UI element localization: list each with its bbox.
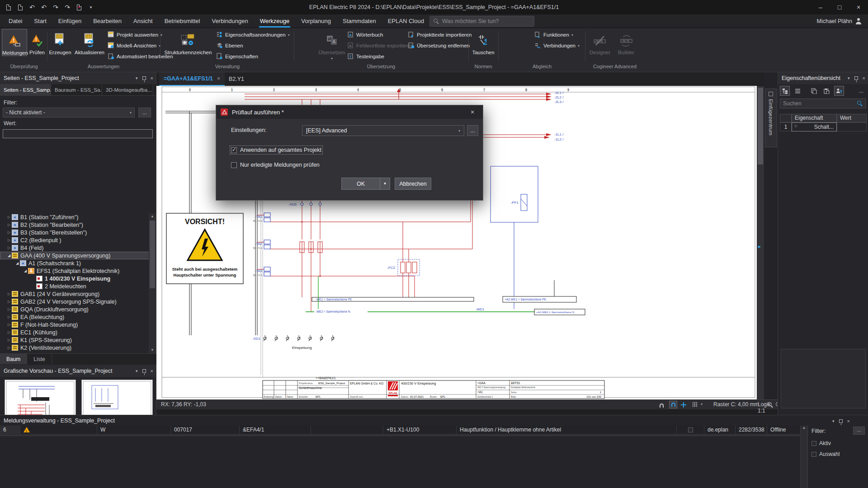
erledigte-checkbox[interactable] — [231, 162, 237, 168]
modell-ansichten-button[interactable]: Modell-Ansichten▾ — [108, 41, 160, 51]
tree-expand-icon[interactable] — [6, 223, 12, 227]
menu-tab[interactable]: Stammdaten — [337, 15, 382, 28]
filter-browse-button[interactable]: ... — [138, 108, 151, 117]
tree-item[interactable]: GAA (400 V Spannungsversorgung) — [0, 252, 149, 259]
tree-item[interactable]: EC1 (Kühlung) — [0, 328, 149, 336]
view-tab[interactable]: Liste — [27, 354, 52, 364]
tree-expand-icon[interactable] — [6, 346, 12, 350]
tree-item[interactable]: EFS1 (Schaltplan Elektrotechnik) — [0, 267, 149, 275]
uebersetzen-button[interactable]: ⇄A Übersetzen▾ — [317, 29, 346, 61]
panel-close-icon[interactable]: × — [151, 368, 153, 374]
tree-item[interactable]: B1 (Station "Zuführen") — [0, 213, 149, 221]
pin-icon[interactable] — [142, 369, 146, 373]
panel-menu-icon[interactable]: ▾ — [136, 369, 138, 373]
filter-aktiv-row[interactable]: Aktiv — [811, 440, 831, 446]
fehlwortliste-button[interactable]: A Fehlwortliste exportieren — [347, 41, 413, 51]
tree-item[interactable]: B4 (Feld) — [0, 244, 149, 252]
tree-expand-icon[interactable] — [6, 238, 12, 242]
tree-item[interactable]: 2 Meldeleuchten — [0, 282, 149, 290]
wert-input[interactable] — [3, 129, 153, 138]
tree-scrollbar[interactable]: ▲ ▼ — [149, 213, 156, 353]
eigenschaften-button[interactable]: Eigenschaften — [216, 52, 258, 61]
menu-tab[interactable]: Betriebsmittel — [159, 15, 206, 28]
cancel-button[interactable]: Abbrechen — [395, 178, 431, 190]
close-button[interactable]: × — [849, 0, 868, 14]
panel-tab[interactable]: Bauraum - ESS_Sa... — [51, 84, 102, 95]
view-tab[interactable]: Baum — [0, 354, 27, 364]
einstellungen-browse-button[interactable]: ... — [467, 125, 478, 136]
anwenden-checkbox-row[interactable]: Anwenden auf gesamtes Projekt — [231, 147, 321, 153]
open-page-icon[interactable] — [15, 2, 25, 13]
list-view-icon[interactable] — [793, 86, 802, 96]
menu-tab[interactable]: Verbindungen — [206, 15, 254, 28]
menu-tab[interactable]: Werkzeuge — [254, 15, 296, 28]
grid-chevron-icon[interactable]: ▾ — [701, 402, 703, 406]
tree-item[interactable]: C2 (Bedienpult ) — [0, 236, 149, 244]
tree-item[interactable]: EA (Beleuchtung) — [0, 313, 149, 321]
testeingabe-button[interactable]: T Testeingabe — [347, 52, 384, 61]
pin-icon[interactable] — [854, 76, 858, 80]
auswahl-checkbox[interactable] — [811, 452, 816, 457]
panel-tab[interactable]: 3D-Montageaufba... — [102, 84, 153, 95]
undo-list-icon[interactable]: ↶ — [27, 2, 37, 13]
verbindungen-button[interactable]: Verbindungen▾ — [534, 41, 580, 51]
panel-menu-icon[interactable]: ▾ — [848, 76, 850, 80]
messages-scrollbar[interactable]: ▲ — [800, 426, 807, 488]
filter-auswahl-row[interactable]: Auswahl — [811, 451, 840, 457]
message-row[interactable]: 6 W 007017 &EFA4/1 +B1.X1-U100 Hauptfunk… — [0, 426, 807, 434]
panel-close-icon[interactable]: × — [151, 75, 153, 81]
tab-close-icon[interactable]: × — [217, 75, 220, 82]
tauschen-button[interactable]: Tauschen — [471, 29, 496, 55]
tree-expand-icon[interactable] — [6, 323, 12, 327]
filter-browse-button[interactable]: ... — [853, 427, 865, 435]
value-cell[interactable] — [837, 122, 867, 131]
aktiv-checkbox[interactable] — [811, 441, 816, 446]
filter-select[interactable]: - Nicht aktiviert - ▾ — [3, 108, 135, 117]
designer-button[interactable]: Designer — [587, 29, 613, 55]
strukturkennzeichen-button[interactable]: Strukturkennzeichen — [163, 29, 213, 55]
tree-expand-icon[interactable] — [6, 292, 12, 296]
flyout-arrow-icon[interactable]: ► — [757, 244, 762, 249]
aktualisieren-button[interactable]: Aktualisieren — [73, 29, 106, 55]
projekttexte-importieren-button[interactable]: Projekttexte importieren — [408, 30, 472, 40]
projekt-auswerten-button[interactable]: Projekt auswerten▾ — [108, 30, 162, 40]
crosshair-icon[interactable] — [681, 402, 686, 409]
tree-expand-icon[interactable] — [6, 338, 12, 342]
properties-search-input[interactable] — [783, 100, 846, 107]
tree-expand-icon[interactable] — [6, 330, 12, 334]
uebersetzung-entfernen-button[interactable]: Übersetzung entfernen — [408, 41, 470, 51]
tree-expand-icon[interactable] — [6, 253, 12, 258]
new-page-icon[interactable] — [4, 2, 14, 13]
pin-icon[interactable] — [839, 419, 843, 423]
anwenden-checkbox[interactable] — [231, 147, 237, 153]
copy-icon[interactable] — [809, 86, 819, 96]
redo-list-icon[interactable]: ↷ — [62, 2, 72, 13]
undo-icon[interactable]: ↶ — [39, 2, 49, 13]
dialog-title-bar[interactable]: Prüflauf ausführen * × — [216, 105, 483, 119]
tree-item[interactable]: GQA (Druckluftversorgung) — [0, 305, 149, 313]
tree-expand-icon[interactable] — [6, 215, 12, 219]
einstellungen-select[interactable]: [EES] Advanced ▾ — [302, 125, 464, 136]
funktionen-button[interactable]: Funktionen▾ — [534, 30, 573, 40]
user-account[interactable]: Michael Plähn — [816, 14, 862, 28]
grid-icon[interactable] — [693, 402, 698, 408]
canvas-scrollbar[interactable]: ► — [757, 86, 764, 399]
woerterbuch-button[interactable]: A Wörterbuch — [347, 30, 383, 40]
ebenen-button[interactable]: Ebenen — [216, 41, 243, 51]
redo-icon[interactable]: ↷ — [51, 2, 61, 13]
tree-item[interactable]: A1 (Schaltschrank 1) — [0, 259, 149, 267]
property-cell[interactable]: ▷ Schalt... — [792, 122, 837, 131]
tree-expand-icon[interactable] — [6, 315, 12, 319]
ok-dropdown-button[interactable]: ▼ — [380, 178, 390, 190]
maximize-button[interactable]: □ — [830, 0, 849, 14]
erledigt-checkbox[interactable] — [688, 427, 693, 432]
bmk-cell[interactable]: +B1.X1-U100 — [383, 426, 457, 434]
menu-tab[interactable]: Bearbeiten — [87, 15, 127, 28]
tree-item[interactable]: GAB2 (24 V Versorgung SPS-Signale) — [0, 298, 149, 305]
menu-tab[interactable]: Start — [28, 15, 52, 28]
paste-icon[interactable] — [821, 86, 831, 96]
ok-button[interactable]: OK — [341, 178, 380, 190]
editor-tab-active[interactable]: =GAA+A1&EFS1/1 × — [159, 72, 225, 86]
filter-user-icon[interactable] — [834, 86, 844, 96]
tree-expand-icon[interactable] — [14, 261, 20, 265]
